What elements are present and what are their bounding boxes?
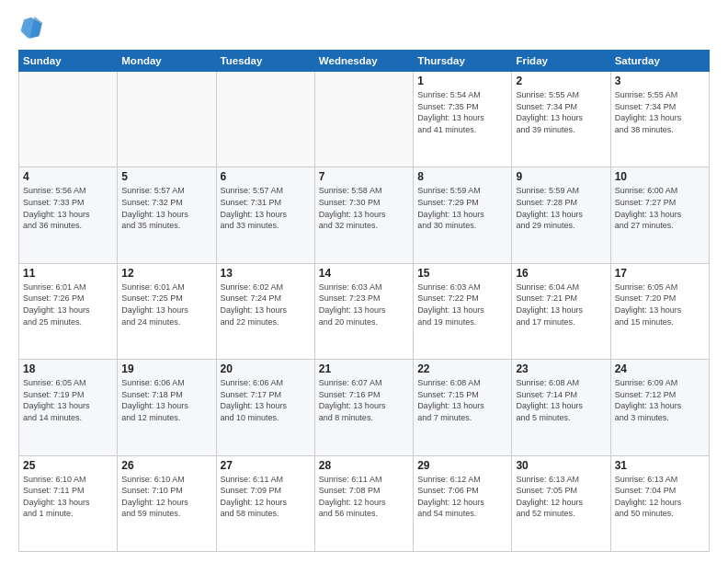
calendar-week-row: 1Sunrise: 5:54 AM Sunset: 7:35 PM Daylig… — [19, 72, 710, 167]
day-info: Sunrise: 6:07 AM Sunset: 7:16 PM Dayligh… — [319, 377, 409, 423]
day-info: Sunrise: 6:08 AM Sunset: 7:15 PM Dayligh… — [417, 377, 507, 423]
day-number: 26 — [121, 459, 211, 472]
day-info: Sunrise: 6:06 AM Sunset: 7:17 PM Dayligh… — [221, 377, 311, 423]
calendar-cell: 7Sunrise: 5:58 AM Sunset: 7:30 PM Daylig… — [314, 167, 413, 263]
day-info: Sunrise: 5:54 AM Sunset: 7:35 PM Dayligh… — [417, 89, 507, 135]
calendar-cell: 25Sunrise: 6:10 AM Sunset: 7:11 PM Dayli… — [19, 455, 118, 551]
day-info: Sunrise: 5:59 AM Sunset: 7:28 PM Dayligh… — [516, 185, 606, 231]
day-info: Sunrise: 6:12 AM Sunset: 7:06 PM Dayligh… — [417, 474, 507, 520]
day-number: 14 — [319, 267, 409, 280]
calendar-cell: 22Sunrise: 6:08 AM Sunset: 7:15 PM Dayli… — [414, 360, 512, 455]
calendar-cell: 24Sunrise: 6:09 AM Sunset: 7:12 PM Dayli… — [610, 360, 709, 455]
day-number: 23 — [516, 362, 606, 375]
col-header-tuesday: Tuesday — [216, 51, 314, 72]
day-number: 19 — [121, 362, 211, 375]
day-number: 7 — [319, 170, 409, 183]
day-info: Sunrise: 6:05 AM Sunset: 7:20 PM Dayligh… — [615, 282, 705, 327]
calendar-week-row: 4Sunrise: 5:56 AM Sunset: 7:33 PM Daylig… — [19, 167, 710, 263]
day-number: 21 — [319, 362, 409, 375]
day-info: Sunrise: 6:03 AM Sunset: 7:22 PM Dayligh… — [417, 282, 507, 327]
calendar-cell: 26Sunrise: 6:10 AM Sunset: 7:10 PM Dayli… — [118, 455, 216, 551]
day-number: 31 — [615, 459, 705, 472]
day-info: Sunrise: 6:09 AM Sunset: 7:12 PM Dayligh… — [615, 377, 705, 423]
col-header-saturday: Saturday — [610, 51, 709, 72]
calendar-cell: 20Sunrise: 6:06 AM Sunset: 7:17 PM Dayli… — [216, 360, 314, 455]
day-info: Sunrise: 5:55 AM Sunset: 7:34 PM Dayligh… — [516, 89, 606, 135]
day-number: 20 — [221, 362, 311, 375]
calendar-cell: 11Sunrise: 6:01 AM Sunset: 7:26 PM Dayli… — [19, 263, 118, 359]
calendar-cell — [314, 72, 413, 167]
header — [18, 15, 710, 40]
calendar-table: SundayMondayTuesdayWednesdayThursdayFrid… — [18, 50, 710, 552]
day-number: 4 — [23, 170, 113, 183]
day-number: 22 — [417, 362, 507, 375]
day-number: 28 — [319, 459, 409, 472]
day-info: Sunrise: 6:05 AM Sunset: 7:19 PM Dayligh… — [23, 377, 113, 423]
calendar-week-row: 11Sunrise: 6:01 AM Sunset: 7:26 PM Dayli… — [19, 263, 710, 359]
day-number: 24 — [615, 362, 705, 375]
day-info: Sunrise: 6:10 AM Sunset: 7:10 PM Dayligh… — [121, 474, 211, 520]
day-info: Sunrise: 6:08 AM Sunset: 7:14 PM Dayligh… — [516, 377, 606, 423]
calendar-cell: 19Sunrise: 6:06 AM Sunset: 7:18 PM Dayli… — [118, 360, 216, 455]
day-number: 27 — [221, 459, 311, 472]
day-number: 9 — [516, 170, 606, 183]
col-header-thursday: Thursday — [414, 51, 512, 72]
day-info: Sunrise: 6:01 AM Sunset: 7:26 PM Dayligh… — [23, 282, 113, 327]
logo-icon — [18, 15, 44, 40]
day-number: 15 — [417, 267, 507, 280]
day-info: Sunrise: 6:02 AM Sunset: 7:24 PM Dayligh… — [221, 282, 311, 327]
day-number: 8 — [417, 170, 507, 183]
day-number: 17 — [615, 267, 705, 280]
calendar-cell — [118, 72, 216, 167]
col-header-monday: Monday — [118, 51, 216, 72]
day-number: 25 — [23, 459, 113, 472]
day-info: Sunrise: 6:11 AM Sunset: 7:08 PM Dayligh… — [319, 474, 409, 520]
calendar-cell: 21Sunrise: 6:07 AM Sunset: 7:16 PM Dayli… — [314, 360, 413, 455]
calendar-cell: 8Sunrise: 5:59 AM Sunset: 7:29 PM Daylig… — [414, 167, 512, 263]
day-number: 18 — [23, 362, 113, 375]
col-header-friday: Friday — [512, 51, 610, 72]
page: SundayMondayTuesdayWednesdayThursdayFrid… — [0, 0, 728, 563]
day-info: Sunrise: 5:55 AM Sunset: 7:34 PM Dayligh… — [615, 89, 705, 135]
calendar-cell: 13Sunrise: 6:02 AM Sunset: 7:24 PM Dayli… — [216, 263, 314, 359]
day-number: 10 — [615, 170, 705, 183]
day-info: Sunrise: 6:06 AM Sunset: 7:18 PM Dayligh… — [121, 377, 211, 423]
calendar-cell: 27Sunrise: 6:11 AM Sunset: 7:09 PM Dayli… — [216, 455, 314, 551]
calendar-cell: 14Sunrise: 6:03 AM Sunset: 7:23 PM Dayli… — [314, 263, 413, 359]
day-info: Sunrise: 6:03 AM Sunset: 7:23 PM Dayligh… — [319, 282, 409, 327]
calendar-cell: 6Sunrise: 5:57 AM Sunset: 7:31 PM Daylig… — [216, 167, 314, 263]
day-number: 30 — [516, 459, 606, 472]
day-info: Sunrise: 5:56 AM Sunset: 7:33 PM Dayligh… — [23, 185, 113, 231]
calendar-header-row: SundayMondayTuesdayWednesdayThursdayFrid… — [19, 51, 710, 72]
calendar-cell: 23Sunrise: 6:08 AM Sunset: 7:14 PM Dayli… — [512, 360, 610, 455]
day-info: Sunrise: 6:13 AM Sunset: 7:04 PM Dayligh… — [615, 474, 705, 520]
calendar-cell — [19, 72, 118, 167]
col-header-wednesday: Wednesday — [314, 51, 413, 72]
day-number: 2 — [516, 75, 606, 87]
day-number: 3 — [615, 75, 705, 87]
day-number: 16 — [516, 267, 606, 280]
day-info: Sunrise: 5:57 AM Sunset: 7:32 PM Dayligh… — [121, 185, 211, 231]
calendar-cell: 15Sunrise: 6:03 AM Sunset: 7:22 PM Dayli… — [414, 263, 512, 359]
day-info: Sunrise: 5:57 AM Sunset: 7:31 PM Dayligh… — [221, 185, 311, 231]
calendar-cell: 12Sunrise: 6:01 AM Sunset: 7:25 PM Dayli… — [118, 263, 216, 359]
day-info: Sunrise: 6:11 AM Sunset: 7:09 PM Dayligh… — [221, 474, 311, 520]
day-number: 5 — [121, 170, 211, 183]
calendar-cell: 30Sunrise: 6:13 AM Sunset: 7:05 PM Dayli… — [512, 455, 610, 551]
calendar-cell: 29Sunrise: 6:12 AM Sunset: 7:06 PM Dayli… — [414, 455, 512, 551]
day-info: Sunrise: 5:59 AM Sunset: 7:29 PM Dayligh… — [417, 185, 507, 231]
day-number: 13 — [221, 267, 311, 280]
calendar-cell: 4Sunrise: 5:56 AM Sunset: 7:33 PM Daylig… — [19, 167, 118, 263]
day-number: 29 — [417, 459, 507, 472]
calendar-cell: 2Sunrise: 5:55 AM Sunset: 7:34 PM Daylig… — [512, 72, 610, 167]
calendar-cell: 5Sunrise: 5:57 AM Sunset: 7:32 PM Daylig… — [118, 167, 216, 263]
calendar-cell: 28Sunrise: 6:11 AM Sunset: 7:08 PM Dayli… — [314, 455, 413, 551]
calendar-cell: 3Sunrise: 5:55 AM Sunset: 7:34 PM Daylig… — [610, 72, 709, 167]
logo — [18, 15, 48, 40]
day-info: Sunrise: 6:13 AM Sunset: 7:05 PM Dayligh… — [516, 474, 606, 520]
day-info: Sunrise: 6:00 AM Sunset: 7:27 PM Dayligh… — [615, 185, 705, 231]
calendar-cell — [216, 72, 314, 167]
day-info: Sunrise: 5:58 AM Sunset: 7:30 PM Dayligh… — [319, 185, 409, 231]
calendar-week-row: 18Sunrise: 6:05 AM Sunset: 7:19 PM Dayli… — [19, 360, 710, 455]
calendar-cell: 31Sunrise: 6:13 AM Sunset: 7:04 PM Dayli… — [610, 455, 709, 551]
